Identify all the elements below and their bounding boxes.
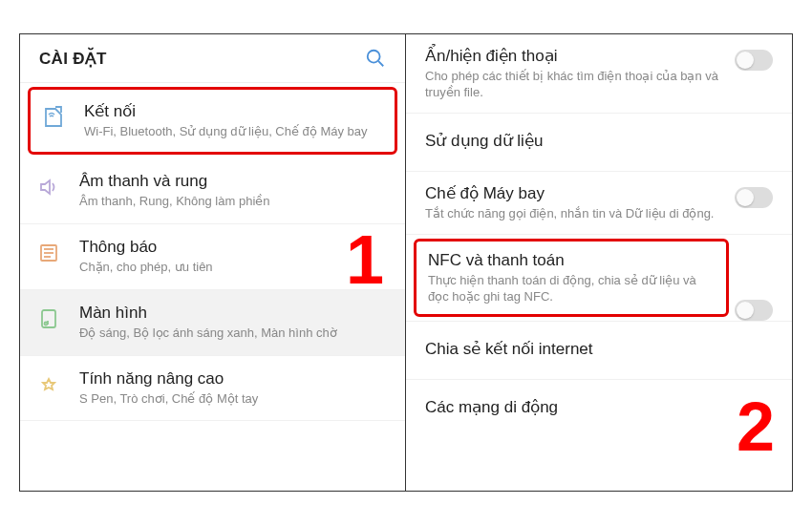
annotation-number-2: 2 <box>737 388 775 466</box>
item-content: Thông báo Chặn, cho phép, ưu tiên <box>79 238 388 276</box>
item-content: Màn hình Độ sáng, Bộ lọc ánh sáng xanh, … <box>79 304 388 342</box>
item-title: Các mạng di động <box>425 397 773 417</box>
connections-detail-panel: Ẩn/hiện điện thoại Cho phép các thiết bị… <box>406 34 792 491</box>
item-subtitle: Chặn, cho phép, ưu tiên <box>79 260 388 276</box>
connections-icon <box>42 105 65 128</box>
item-content: Ẩn/hiện điện thoại Cho phép các thiết bị… <box>425 46 723 101</box>
item-title: Ẩn/hiện điện thoại <box>425 46 723 66</box>
settings-item-connections[interactable]: Kết nối Wi-Fi, Bluetooth, Sử dụng dữ liệ… <box>28 87 397 155</box>
item-title: Chia sẻ kết nối internet <box>425 339 773 359</box>
settings-item-display[interactable]: Màn hình Độ sáng, Bộ lọc ánh sáng xanh, … <box>20 290 405 356</box>
annotation-number-1: 1 <box>346 220 384 299</box>
connections-item-nfc-payment[interactable]: NFC và thanh toán Thực hiện thanh toán d… <box>414 239 729 318</box>
item-subtitle: Âm thanh, Rung, Không làm phiền <box>79 194 388 210</box>
connections-item-phone-visibility[interactable]: Ẩn/hiện điện thoại Cho phép các thiết bị… <box>406 34 792 114</box>
item-content: Kết nối Wi-Fi, Bluetooth, Sử dụng dữ liệ… <box>84 101 383 140</box>
item-title: Âm thanh và rung <box>79 172 388 191</box>
header-title: CÀI ĐẶT <box>39 49 107 69</box>
svg-point-7 <box>45 322 48 325</box>
item-content: NFC và thanh toán Thực hiện thanh toán d… <box>428 251 715 305</box>
item-content: Tính năng nâng cao S Pen, Trò chơi, Chế … <box>79 369 388 408</box>
item-subtitle: Cho phép các thiết bị khác tìm điện thoạ… <box>425 69 723 101</box>
item-subtitle: S Pen, Trò chơi, Chế độ Một tay <box>79 391 388 408</box>
item-content: Chế độ Máy bay Tắt chức năng gọi điện, n… <box>425 183 723 222</box>
item-content: Các mạng di động <box>425 397 773 420</box>
item-title: Tính năng nâng cao <box>79 369 388 388</box>
item-subtitle: Wi-Fi, Bluetooth, Sử dụng dữ liệu, Chế đ… <box>84 124 383 140</box>
advanced-icon <box>37 373 60 396</box>
item-title: Chế độ Máy bay <box>425 183 723 203</box>
connections-item-airplane-mode[interactable]: Chế độ Máy bay Tắt chức năng gọi điện, n… <box>406 172 792 235</box>
settings-item-advanced[interactable]: Tính năng nâng cao S Pen, Trò chơi, Chế … <box>20 356 405 422</box>
item-content: Sử dụng dữ liệu <box>425 131 773 154</box>
item-subtitle: Thực hiện thanh toán di động, chia sẻ dữ… <box>428 273 715 305</box>
connections-item-data-usage[interactable]: Sử dụng dữ liệu <box>406 114 792 172</box>
toggle-switch[interactable] <box>735 187 773 208</box>
sound-icon <box>37 176 60 199</box>
notifications-icon <box>37 242 60 264</box>
connections-item-tethering[interactable]: Chia sẻ kết nối internet <box>406 322 792 380</box>
connections-item-mobile-networks[interactable]: Các mạng di động <box>406 380 792 437</box>
item-title: Kết nối <box>84 101 383 121</box>
settings-item-sound[interactable]: Âm thanh và rung Âm thanh, Rung, Không l… <box>20 158 405 224</box>
settings-main-panel: CÀI ĐẶT Kết nối Wi-Fi, Bluetoo <box>20 34 406 491</box>
item-title: Sử dụng dữ liệu <box>425 131 773 151</box>
toggle-switch[interactable] <box>735 300 773 321</box>
display-icon <box>37 307 60 330</box>
item-content: Âm thanh và rung Âm thanh, Rung, Không l… <box>79 172 388 210</box>
svg-line-1 <box>378 61 383 66</box>
toggle-switch[interactable] <box>735 50 773 71</box>
item-subtitle: Tắt chức năng gọi điện, nhắn tin và Dữ l… <box>425 206 723 222</box>
svg-point-0 <box>368 51 380 63</box>
search-icon[interactable] <box>365 48 386 69</box>
item-subtitle: Độ sáng, Bộ lọc ánh sáng xanh, Màn hình … <box>79 326 388 342</box>
item-title: Thông báo <box>79 238 388 257</box>
item-title: Màn hình <box>79 304 388 323</box>
settings-header: CÀI ĐẶT <box>20 34 405 83</box>
item-content: Chia sẻ kết nối internet <box>425 339 773 362</box>
item-title: NFC và thanh toán <box>428 251 715 270</box>
